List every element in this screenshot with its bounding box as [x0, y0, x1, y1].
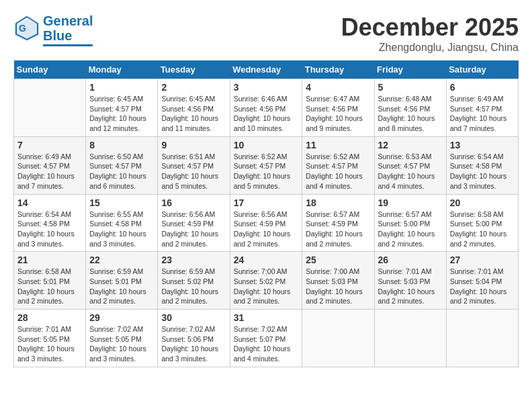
day-number: 27	[450, 255, 515, 265]
day-info: Sunrise: 6:57 AM Sunset: 5:00 PM Dayligh…	[378, 210, 443, 249]
day-number: 8	[89, 140, 154, 150]
day-info: Sunrise: 6:47 AM Sunset: 4:56 PM Dayligh…	[306, 94, 370, 134]
day-info: Sunrise: 6:58 AM Sunset: 5:01 PM Dayligh…	[17, 267, 82, 306]
table-row	[302, 310, 374, 367]
table-row: 20Sunrise: 6:58 AM Sunset: 5:00 PM Dayli…	[446, 194, 518, 252]
table-row: 28Sunrise: 7:01 AM Sunset: 5:05 PM Dayli…	[14, 310, 86, 367]
calendar-header-row: Sunday Monday Tuesday Wednesday Thursday…	[14, 60, 519, 79]
table-row: 26Sunrise: 7:01 AM Sunset: 5:03 PM Dayli…	[374, 252, 446, 310]
logo-text-blue: Blue	[43, 28, 93, 43]
day-number: 11	[306, 140, 370, 150]
table-row: 31Sunrise: 7:02 AM Sunset: 5:07 PM Dayli…	[230, 310, 302, 367]
table-row: 3Sunrise: 6:46 AM Sunset: 4:56 PM Daylig…	[230, 79, 302, 137]
day-info: Sunrise: 6:52 AM Sunset: 4:57 PM Dayligh…	[234, 152, 299, 191]
day-number: 1	[89, 82, 154, 93]
col-friday: Friday	[374, 60, 446, 79]
col-sunday: Sunday	[14, 60, 86, 79]
day-number: 16	[161, 197, 226, 208]
table-row: 30Sunrise: 7:02 AM Sunset: 5:06 PM Dayli…	[158, 310, 230, 367]
day-number: 14	[17, 197, 82, 208]
calendar-week-row: 28Sunrise: 7:01 AM Sunset: 5:05 PM Dayli…	[14, 310, 519, 367]
svg-text:G: G	[19, 23, 26, 34]
day-info: Sunrise: 7:01 AM Sunset: 5:03 PM Dayligh…	[378, 267, 443, 306]
day-info: Sunrise: 6:56 AM Sunset: 4:59 PM Dayligh…	[161, 210, 226, 249]
day-number: 17	[234, 197, 299, 208]
table-row: 8Sunrise: 6:50 AM Sunset: 4:57 PM Daylig…	[86, 136, 158, 194]
table-row: 18Sunrise: 6:57 AM Sunset: 4:59 PM Dayli…	[302, 194, 374, 252]
day-info: Sunrise: 6:51 AM Sunset: 4:57 PM Dayligh…	[161, 152, 226, 191]
day-number: 23	[161, 255, 226, 265]
day-info: Sunrise: 6:54 AM Sunset: 4:58 PM Dayligh…	[450, 152, 515, 191]
day-number: 7	[17, 140, 82, 150]
day-info: Sunrise: 6:58 AM Sunset: 5:00 PM Dayligh…	[450, 210, 515, 249]
calendar-week-row: 1Sunrise: 6:45 AM Sunset: 4:57 PM Daylig…	[14, 79, 519, 137]
day-number: 4	[306, 82, 370, 93]
day-info: Sunrise: 7:01 AM Sunset: 5:04 PM Dayligh…	[450, 267, 515, 306]
table-row: 1Sunrise: 6:45 AM Sunset: 4:57 PM Daylig…	[86, 79, 158, 137]
day-info: Sunrise: 6:45 AM Sunset: 4:56 PM Dayligh…	[161, 94, 226, 134]
logo-icon: G	[13, 15, 40, 42]
day-number: 31	[234, 312, 299, 323]
logo-text-general: General	[43, 13, 93, 28]
table-row: 21Sunrise: 6:58 AM Sunset: 5:01 PM Dayli…	[14, 252, 86, 310]
day-number: 19	[378, 197, 443, 208]
day-number: 6	[450, 82, 515, 93]
day-number: 28	[17, 312, 82, 323]
day-number: 21	[17, 255, 82, 265]
day-info: Sunrise: 7:00 AM Sunset: 5:03 PM Dayligh…	[306, 267, 370, 306]
col-saturday: Saturday	[446, 60, 518, 79]
day-info: Sunrise: 6:59 AM Sunset: 5:01 PM Dayligh…	[89, 267, 154, 306]
table-row: 11Sunrise: 6:52 AM Sunset: 4:57 PM Dayli…	[302, 136, 374, 194]
table-row: 16Sunrise: 6:56 AM Sunset: 4:59 PM Dayli…	[158, 194, 230, 252]
month-title: December 2025	[341, 13, 519, 42]
logo-underline	[43, 44, 93, 46]
col-thursday: Thursday	[302, 60, 374, 79]
day-info: Sunrise: 6:56 AM Sunset: 4:59 PM Dayligh…	[234, 210, 299, 249]
col-tuesday: Tuesday	[158, 60, 230, 79]
calendar-week-row: 7Sunrise: 6:49 AM Sunset: 4:57 PM Daylig…	[14, 136, 519, 194]
day-info: Sunrise: 7:02 AM Sunset: 5:06 PM Dayligh…	[161, 324, 226, 364]
logo: G General Blue	[13, 13, 93, 46]
table-row: 4Sunrise: 6:47 AM Sunset: 4:56 PM Daylig…	[302, 79, 374, 137]
table-row: 12Sunrise: 6:53 AM Sunset: 4:57 PM Dayli…	[374, 136, 446, 194]
table-row: 24Sunrise: 7:00 AM Sunset: 5:02 PM Dayli…	[230, 252, 302, 310]
day-number: 24	[234, 255, 299, 265]
table-row: 14Sunrise: 6:54 AM Sunset: 4:58 PM Dayli…	[14, 194, 86, 252]
table-row: 29Sunrise: 7:02 AM Sunset: 5:05 PM Dayli…	[86, 310, 158, 367]
day-number: 3	[234, 82, 299, 93]
day-number: 29	[89, 312, 154, 323]
table-row: 22Sunrise: 6:59 AM Sunset: 5:01 PM Dayli…	[86, 252, 158, 310]
day-number: 15	[89, 197, 154, 208]
day-info: Sunrise: 7:02 AM Sunset: 5:05 PM Dayligh…	[89, 324, 154, 364]
day-number: 2	[161, 82, 226, 93]
day-info: Sunrise: 6:57 AM Sunset: 4:59 PM Dayligh…	[306, 210, 370, 249]
day-number: 5	[378, 82, 443, 93]
col-wednesday: Wednesday	[230, 60, 302, 79]
calendar-table: Sunday Monday Tuesday Wednesday Thursday…	[13, 60, 519, 367]
day-number: 18	[306, 197, 370, 208]
table-row: 6Sunrise: 6:49 AM Sunset: 4:57 PM Daylig…	[446, 79, 518, 137]
day-info: Sunrise: 6:49 AM Sunset: 4:57 PM Dayligh…	[17, 152, 82, 191]
day-info: Sunrise: 6:59 AM Sunset: 5:02 PM Dayligh…	[161, 267, 226, 306]
table-row	[14, 79, 86, 137]
day-info: Sunrise: 7:01 AM Sunset: 5:05 PM Dayligh…	[17, 324, 82, 364]
table-row: 5Sunrise: 6:48 AM Sunset: 4:56 PM Daylig…	[374, 79, 446, 137]
day-info: Sunrise: 6:50 AM Sunset: 4:57 PM Dayligh…	[89, 152, 154, 191]
day-info: Sunrise: 6:55 AM Sunset: 4:58 PM Dayligh…	[89, 210, 154, 249]
day-info: Sunrise: 6:48 AM Sunset: 4:56 PM Dayligh…	[378, 94, 443, 134]
day-number: 20	[450, 197, 515, 208]
table-row: 10Sunrise: 6:52 AM Sunset: 4:57 PM Dayli…	[230, 136, 302, 194]
location: Zhengdonglu, Jiangsu, China	[341, 42, 519, 54]
day-info: Sunrise: 6:54 AM Sunset: 4:58 PM Dayligh…	[17, 210, 82, 249]
table-row: 19Sunrise: 6:57 AM Sunset: 5:00 PM Dayli…	[374, 194, 446, 252]
day-info: Sunrise: 6:45 AM Sunset: 4:57 PM Dayligh…	[89, 94, 154, 134]
table-row: 23Sunrise: 6:59 AM Sunset: 5:02 PM Dayli…	[158, 252, 230, 310]
day-number: 26	[378, 255, 443, 265]
table-row	[446, 310, 518, 367]
page-header: G General Blue December 2025 Zhengdonglu…	[13, 13, 519, 54]
table-row: 25Sunrise: 7:00 AM Sunset: 5:03 PM Dayli…	[302, 252, 374, 310]
title-block: December 2025 Zhengdonglu, Jiangsu, Chin…	[341, 13, 519, 54]
table-row	[374, 310, 446, 367]
day-number: 12	[378, 140, 443, 150]
day-info: Sunrise: 6:46 AM Sunset: 4:56 PM Dayligh…	[234, 94, 299, 134]
